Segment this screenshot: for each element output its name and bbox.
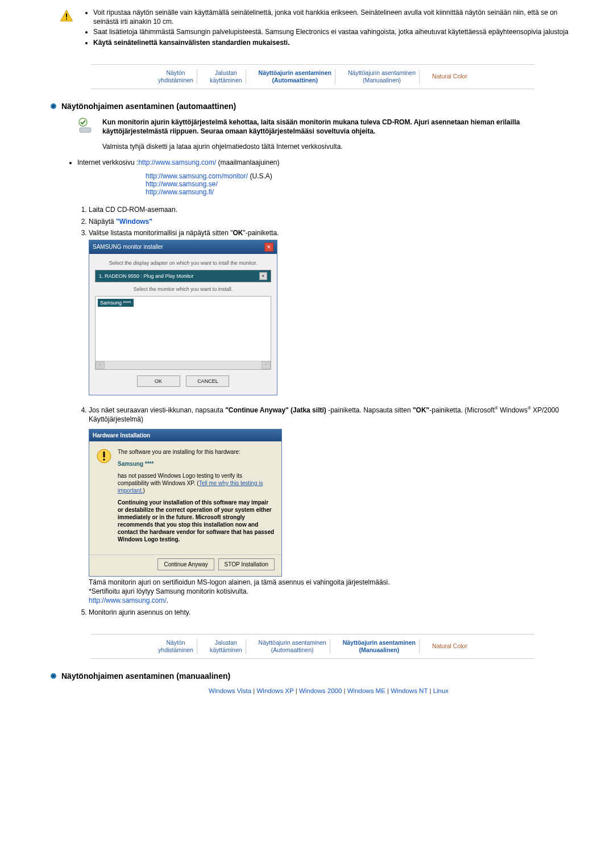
continue-anyway-button[interactable]: Continue Anyway <box>157 558 214 570</box>
scroll-right-icon: › <box>262 361 271 369</box>
dialog-label-adapter: Select the display adapter on which you … <box>95 260 271 266</box>
hardware-install-dialog: Hardware Installation The software you a… <box>89 429 282 577</box>
warning-block: Voit ripustaa näytön seinälle vain käytt… <box>11 8 569 48</box>
svg-point-5 <box>79 118 87 126</box>
adapter-dropdown[interactable]: 1. RADEON 9550 : Plug and Play Monitor ▾ <box>95 270 271 282</box>
stop-installation-button[interactable]: STOP Installation <box>218 558 275 570</box>
dialog-titlebar: SAMSUNG monitor installer ✕ <box>89 240 277 254</box>
tab-connect-monitor[interactable]: Näytönyhdistäminen <box>155 69 197 84</box>
link-windows-2000[interactable]: Windows 2000 <box>299 687 342 694</box>
svg-rect-2 <box>66 18 67 19</box>
section-heading-manual: Näytönohjaimen asentaminen (manuaalinen) <box>11 671 569 681</box>
hw-samsung-item: Samsung **** <box>118 460 275 468</box>
internet-site-line: Internet verkkosivu :http://www.samsung.… <box>11 158 569 166</box>
tab-driver-manual-2[interactable]: Näyttöajurin asentaminen(Manuaalinen) <box>339 639 420 654</box>
close-icon[interactable]: ✕ <box>264 243 273 252</box>
tab-use-stand[interactable]: Jalustankäyttäminen <box>206 69 246 84</box>
installer-dialog-screenshot: SAMSUNG monitor installer ✕ Select the d… <box>89 240 569 395</box>
link-samsung-fi[interactable]: http://www.samsung.fi/ <box>146 188 214 196</box>
link-windows-xp[interactable]: Windows XP <box>257 687 294 694</box>
step-4: Jos näet seuraavan viesti-ikkunan, napsa… <box>89 406 569 605</box>
monitor-list-item[interactable]: Samsung **** <box>98 299 134 307</box>
link-samsung-usa[interactable]: http://www.samsung.com/monitor/ <box>146 172 248 180</box>
scroll-left-icon: ‹ <box>96 361 105 369</box>
link-samsung-se[interactable]: http://www.samsung.se/ <box>146 180 218 188</box>
cancel-button[interactable]: CANCEL <box>186 375 229 387</box>
ok-button[interactable]: OK <box>137 375 180 387</box>
heading-auto: Näytönohjaimen asentaminen (automaattine… <box>61 102 236 111</box>
link-linux[interactable]: Linux <box>433 687 449 694</box>
heading-manual: Näytönohjaimen asentaminen (manuaalinen) <box>61 671 230 681</box>
hw-p2: has not passed Windows Logo testing to v… <box>118 472 275 494</box>
hw-p3: Continuing your installation of this sof… <box>118 499 275 543</box>
tab-connect-monitor-2[interactable]: Näytönyhdistäminen <box>155 639 197 654</box>
internet-site-sub: http://www.samsung.com/monitor/ (U.S.A) … <box>11 172 569 196</box>
svg-rect-8 <box>103 452 105 457</box>
svg-rect-1 <box>66 14 67 18</box>
svg-point-4 <box>52 105 55 107</box>
dialog-title: SAMSUNG monitor installer <box>93 243 163 251</box>
tab-natural-color[interactable]: Natural Color <box>429 73 471 80</box>
step-2: Näpäytä "Windows" <box>89 217 569 226</box>
bullet-disc-icon <box>50 103 57 110</box>
installer-dialog: SAMSUNG monitor installer ✕ Select the d… <box>89 240 277 395</box>
link-windows-vista[interactable]: Windows Vista <box>209 687 251 694</box>
chevron-down-icon[interactable]: ▾ <box>259 272 267 280</box>
hw-dialog-title: Hardware Installation <box>89 429 281 442</box>
svg-rect-9 <box>103 459 105 461</box>
svg-rect-6 <box>80 128 91 132</box>
svg-point-11 <box>52 675 55 677</box>
monitor-check-icon <box>77 118 96 133</box>
warning-list: Voit ripustaa näytön seinälle vain käytt… <box>82 8 569 48</box>
steps-list: Laita CD CD-ROM-asemaan. Näpäytä "Window… <box>11 205 569 616</box>
warn-item-1: Voit ripustaa näytön seinälle vain käytt… <box>93 8 569 26</box>
monitor-listbox[interactable]: Samsung **** ‹› <box>95 296 271 370</box>
valmista-text: Valmista tyhjä disketti ja lataa ajurin … <box>11 143 569 151</box>
link-windows-nt[interactable]: Windows NT <box>391 687 428 694</box>
os-links: Windows Vista | Windows XP | Windows 200… <box>11 687 569 694</box>
step-1: Laita CD CD-ROM-asemaan. <box>89 205 569 214</box>
hw-p1: The software you are installing for this… <box>118 448 275 456</box>
nav-tabs-top: Näytönyhdistäminen Jalustankäyttäminen N… <box>91 64 534 89</box>
note-auto: Kun monitorin ajurin käyttöjärjestelmä k… <box>11 118 569 136</box>
link-samsung-home[interactable]: http://www.samsung.com/ <box>89 596 167 604</box>
dialog-label-monitor: Select the monitor which you want to ins… <box>95 286 271 293</box>
link-windows-me[interactable]: Windows ME <box>347 687 385 694</box>
link-samsung-global[interactable]: http://www.samsung.com/ <box>138 158 216 166</box>
bullet-disc-icon-2 <box>50 673 57 679</box>
step-3: Valitse listasta monitorimallisi ja näpä… <box>89 228 569 395</box>
warn-item-3: Käytä seinätelinettä kansainvälisten sta… <box>93 38 569 47</box>
warn-item-2: Saat lisätietoja lähimmästä Samsungin pa… <box>93 27 569 36</box>
tab-driver-auto-2[interactable]: Näyttöajurin asentaminen(Automaattinen) <box>255 639 330 654</box>
tab-natural-color-2[interactable]: Natural Color <box>429 642 471 650</box>
horizontal-scrollbar[interactable]: ‹› <box>96 361 271 369</box>
section-heading-auto: Näytönohjaimen asentaminen (automaattine… <box>11 102 569 111</box>
nav-tabs-bottom: Näytönyhdistäminen Jalustankäyttäminen N… <box>91 634 534 659</box>
tab-driver-manual[interactable]: Näyttöajurin asentaminen(Manuaalinen) <box>345 69 420 84</box>
cert-note: Tämä monitorin ajuri on sertifioidun MS-… <box>89 578 569 606</box>
tab-use-stand-2[interactable]: Jalustankäyttäminen <box>206 639 246 654</box>
note-auto-text: Kun monitorin ajurin käyttöjärjestelmä k… <box>102 118 569 136</box>
warning-triangle-icon <box>59 9 74 22</box>
tab-driver-auto[interactable]: Näyttöajurin asentaminen(Automaattinen) <box>255 69 335 84</box>
exclamation-icon <box>96 448 112 464</box>
step-5: Monitorin ajurin asennus on tehty. <box>89 608 569 617</box>
